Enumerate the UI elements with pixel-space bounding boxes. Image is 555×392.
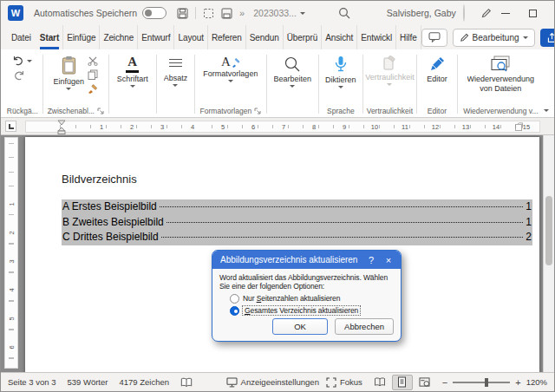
zoom-in-button[interactable]: +: [515, 378, 520, 387]
tab-entwurf[interactable]: Entwurf: [138, 25, 174, 49]
cancel-button[interactable]: Abbrechen: [335, 318, 394, 335]
ruler-row: 1 2 3 4 5 6 7 8 9 10 11 12 13 14 15: [1, 118, 554, 135]
group-divider: [156, 55, 157, 114]
tab-ansicht[interactable]: Ansicht: [322, 25, 357, 49]
display-settings-icon: [226, 377, 238, 388]
dialog-launcher-icon[interactable]: [254, 108, 261, 114]
close-button[interactable]: ×: [547, 1, 555, 25]
tab-layout[interactable]: Layout: [174, 25, 207, 49]
undo-button[interactable]: [12, 56, 32, 66]
title-bar: W Automatisches Speichern » 2023033... S…: [1, 1, 554, 25]
font-menu-button[interactable]: A Schriftart: [117, 54, 148, 88]
dialog-help-icon[interactable]: ?: [362, 255, 380, 265]
scissors-icon: [88, 56, 98, 66]
editing-menu-button[interactable]: Bearbeiten: [274, 54, 312, 88]
copy-button[interactable]: [88, 69, 98, 80]
tab-datei[interactable]: Datei: [6, 25, 36, 49]
comments-button[interactable]: [421, 29, 447, 47]
save-icon[interactable]: [177, 8, 188, 19]
microphone-icon: [334, 56, 348, 74]
editing-mode-button[interactable]: Bearbeitung: [453, 29, 535, 47]
reuse-files-button[interactable]: Wiederverwendung von Dateien: [467, 54, 535, 93]
vertical-ruler[interactable]: 1 2 3 4 5 6: [4, 137, 18, 369]
tab-referenzen[interactable]: Referen: [208, 25, 246, 49]
page-indicator[interactable]: Seite 3 von 3: [8, 377, 56, 387]
sensitivity-group: Vertraulichkeit Vertraulichkeit: [365, 51, 415, 117]
undo-group: Rückgä...: [4, 51, 41, 117]
option-entire-table[interactable]: Gesamtes Verzeichnis aktualisieren: [230, 306, 394, 316]
touch-mode-icon[interactable]: [203, 8, 214, 19]
paragraph-menu-button[interactable]: Absatz: [164, 54, 188, 87]
ok-button[interactable]: OK: [272, 318, 328, 335]
minimize-button[interactable]: [492, 1, 519, 25]
tab-hilfe[interactable]: Hilfe: [396, 25, 421, 49]
word-count[interactable]: 539 Wörter: [67, 377, 108, 387]
user-name[interactable]: Salvisberg, Gaby: [387, 8, 456, 18]
magnifier-icon: [284, 56, 301, 73]
clipboard-icon: [61, 56, 77, 75]
char-count[interactable]: 4179 Zeichen: [119, 377, 169, 387]
print-layout-button[interactable]: [392, 375, 413, 390]
redo-button[interactable]: [12, 70, 25, 81]
dialog-launcher-icon[interactable]: [97, 108, 104, 114]
avatar[interactable]: [463, 4, 465, 22]
font-icon: A: [127, 56, 137, 68]
tab-stop-selector[interactable]: [5, 121, 16, 132]
ruler-page-icon[interactable]: [514, 122, 524, 132]
editor-button[interactable]: Editor: [427, 54, 447, 83]
tab-sendungen[interactable]: Sendun: [246, 25, 284, 49]
scrollbar-thumb[interactable]: [545, 196, 552, 265]
vertical-scrollbar[interactable]: [543, 135, 554, 372]
toc-entry[interactable]: B Zweites Beispielbild 1: [62, 215, 532, 231]
qat-overflow-icon[interactable]: »: [239, 8, 245, 18]
tab-einfuegen[interactable]: Einfüge: [63, 25, 100, 49]
word-app-icon[interactable]: W: [8, 5, 23, 21]
tab-entwicklertools[interactable]: Entwickl: [357, 25, 396, 49]
zoom-level[interactable]: 120%: [526, 377, 547, 387]
indent-marker[interactable]: [57, 120, 66, 135]
radio-unselected-icon[interactable]: [230, 294, 239, 304]
pen-icon: [460, 33, 469, 42]
zoom-out-button[interactable]: −: [442, 378, 447, 387]
share-button[interactable]: [540, 29, 555, 47]
option-pages-only[interactable]: Nur Seitenzahlen aktualisieren: [230, 294, 394, 304]
speech-group: Diktieren Sprache: [321, 51, 361, 117]
toc-entry[interactable]: A Erstes Beispielbild 1: [62, 199, 532, 215]
format-painter-button[interactable]: [88, 83, 98, 94]
web-layout-button[interactable]: [415, 375, 435, 390]
collapse-ribbon-chevron[interactable]: [544, 109, 549, 112]
display-settings-button[interactable]: Anzeigeeinstellungen: [226, 377, 319, 388]
dialog-close-icon[interactable]: ×: [380, 255, 397, 265]
styles-menu-button[interactable]: A Formatvorlagen: [203, 54, 258, 82]
dialog-title-bar[interactable]: Abbildungsverzeichnis aktualisieren ? ×: [212, 251, 401, 269]
paragraph-group: Absatz: [159, 51, 193, 117]
zoom-slider[interactable]: [453, 382, 510, 383]
paste-button[interactable]: Einfügen: [54, 54, 85, 94]
ink-pen-icon[interactable]: [480, 8, 492, 19]
zoom-slider-thumb[interactable]: [485, 378, 488, 387]
document-title[interactable]: 2023033...: [253, 8, 305, 18]
focus-button[interactable]: Fokus: [326, 377, 362, 388]
proofing-icon[interactable]: [180, 377, 193, 388]
horizontal-ruler[interactable]: 1 2 3 4 5 6 7 8 9 10 11 12 13 14 15: [25, 121, 540, 133]
read-mode-button[interactable]: [369, 375, 390, 390]
share-icon: [546, 32, 555, 43]
toc-entry[interactable]: C Drittes Beispielbild 2: [62, 230, 532, 245]
option-pages-only-label[interactable]: Nur Seitenzahlen aktualisieren: [243, 294, 340, 303]
radio-selected-icon[interactable]: [230, 306, 239, 316]
toc-dot-leader: [166, 222, 524, 223]
maximize-button[interactable]: [519, 1, 547, 25]
autosave-toggle[interactable]: [142, 7, 166, 19]
word-window: W Automatisches Speichern » 2023033... S…: [0, 0, 555, 392]
cut-button[interactable]: [88, 56, 98, 66]
focus-icon: [326, 377, 336, 388]
tab-start[interactable]: Start: [36, 25, 63, 49]
table-of-figures[interactable]: A Erstes Beispielbild 1 B Zweites Beispi…: [62, 199, 532, 245]
search-icon[interactable]: [338, 7, 350, 19]
tab-ueberpruefen[interactable]: Überprü: [284, 25, 322, 49]
save-as-icon[interactable]: [221, 8, 232, 19]
document-heading[interactable]: Bildverzeichnis: [62, 173, 137, 186]
dictate-button[interactable]: Diktieren: [325, 54, 356, 88]
option-entire-table-label[interactable]: Gesamtes Verzeichnis aktualisieren: [243, 306, 360, 315]
tab-zeichnen[interactable]: Zeichne: [100, 25, 138, 49]
